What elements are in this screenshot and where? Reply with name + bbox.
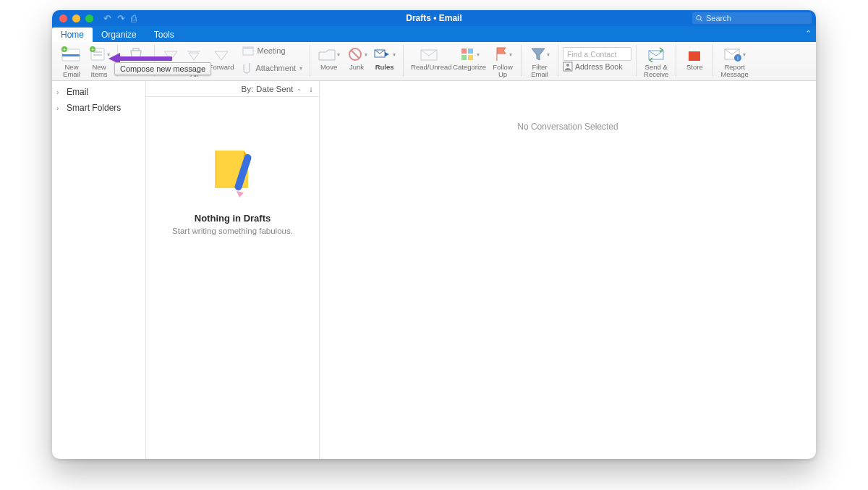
svg-rect-16 <box>468 48 473 54</box>
categorize-button[interactable]: ▾ Categorize <box>450 43 489 71</box>
sort-prefix: By: <box>241 85 253 93</box>
svg-rect-1 <box>62 54 80 56</box>
junk-button[interactable]: ▾ Junk <box>343 43 370 71</box>
svg-text:+: + <box>90 47 93 52</box>
send-receive-icon <box>647 46 665 62</box>
window-controls <box>59 14 93 22</box>
forward-icon <box>213 47 229 62</box>
titlebar: ↶ ↷ ⎙ Drafts • Email <box>52 10 816 26</box>
meeting-button[interactable]: Meeting <box>239 43 305 58</box>
sort-bar[interactable]: By: Date Sent ⌄ ↓ <box>146 81 319 97</box>
read-unread-icon <box>420 47 438 62</box>
sort-direction-icon[interactable]: ↓ <box>309 85 313 93</box>
sidebar-item-label: Email <box>67 87 88 97</box>
new-email-button[interactable]: + New Email <box>58 43 85 79</box>
sidebar-item-label: Smart Folders <box>67 103 121 113</box>
svg-rect-18 <box>468 55 473 60</box>
move-button[interactable]: ▾ Move <box>315 43 343 71</box>
empty-drafts-illustration <box>202 140 264 203</box>
message-list-pane: By: Date Sent ⌄ ↓ Nothing in Drafts Star… <box>146 81 320 459</box>
rules-icon <box>373 46 392 62</box>
reading-placeholder: No Conversation Selected <box>517 122 618 132</box>
svg-line-12 <box>351 50 359 59</box>
folder-sidebar: › Email › Smart Folders <box>52 81 146 459</box>
rules-button[interactable]: ▾ Rules <box>370 43 399 71</box>
redo-icon[interactable]: ↷ <box>117 13 125 24</box>
find-contact-input[interactable]: Find a Contact <box>563 47 631 61</box>
svg-rect-6 <box>93 54 102 56</box>
store-icon <box>686 46 702 62</box>
minimize-window-button[interactable] <box>72 14 80 22</box>
search-icon <box>696 14 703 22</box>
chevron-right-icon: › <box>56 104 62 112</box>
svg-text:!: ! <box>737 56 739 61</box>
collapse-ribbon-icon[interactable]: ⌃ <box>805 29 812 38</box>
zoom-window-button[interactable] <box>85 14 93 22</box>
new-items-icon: + <box>89 46 106 62</box>
store-button[interactable]: Store <box>681 43 708 71</box>
junk-icon <box>346 46 364 62</box>
chevron-down-icon: ⌄ <box>297 85 302 92</box>
reading-pane: No Conversation Selected <box>320 81 816 459</box>
follow-up-button[interactable]: ▾ Follow Up <box>489 43 516 79</box>
tab-home[interactable]: Home <box>52 28 93 42</box>
new-email-icon: + <box>61 46 82 62</box>
address-book-icon <box>563 62 573 72</box>
report-message-icon: ! <box>723 46 742 62</box>
chevron-right-icon: › <box>56 88 62 96</box>
reply-all-icon <box>186 47 202 62</box>
app-window: ↶ ↷ ⎙ Drafts • Email Home Organize Tools… <box>52 10 816 459</box>
flag-icon <box>494 46 509 62</box>
empty-subtitle: Start writing something fabulous. <box>172 227 293 235</box>
quick-access-toolbar: ↶ ↷ ⎙ <box>103 13 137 24</box>
svg-rect-10 <box>243 47 253 49</box>
sidebar-item-email[interactable]: › Email <box>52 84 145 100</box>
move-icon <box>318 46 336 62</box>
sidebar-item-smart-folders[interactable]: › Smart Folders <box>52 100 145 116</box>
svg-point-20 <box>566 64 569 67</box>
read-unread-button[interactable]: Read/Unread <box>408 43 450 71</box>
meeting-icon <box>242 46 254 56</box>
report-message-button[interactable]: !▾ Report Message <box>718 43 752 79</box>
search-box[interactable] <box>692 12 812 24</box>
attachment-icon <box>242 62 252 75</box>
categorize-icon <box>460 47 476 62</box>
empty-title: Nothing in Drafts <box>195 213 271 224</box>
svg-rect-17 <box>461 55 467 60</box>
print-icon[interactable]: ⎙ <box>131 13 137 24</box>
search-input[interactable] <box>706 14 808 22</box>
empty-state: Nothing in Drafts Start writing somethin… <box>146 97 319 459</box>
tab-tools[interactable]: Tools <box>145 28 183 42</box>
send-receive-button[interactable]: Send & Receive <box>641 43 671 79</box>
close-window-button[interactable] <box>59 14 67 22</box>
tab-organize[interactable]: Organize <box>93 28 145 42</box>
attachment-button[interactable]: Attachment▾ <box>239 61 305 75</box>
body: › Email › Smart Folders By: Date Sent ⌄ … <box>52 81 816 459</box>
svg-rect-5 <box>93 51 102 53</box>
undo-icon[interactable]: ↶ <box>103 13 111 24</box>
funnel-icon <box>530 46 546 62</box>
ribbon-tabbar: Home Organize Tools ⌃ <box>52 26 816 42</box>
filter-email-button[interactable]: ▾ Filter Email <box>526 43 553 79</box>
svg-rect-15 <box>461 48 467 54</box>
tooltip-compose-new-message: Compose new message <box>114 62 211 75</box>
sort-value: Date Sent <box>256 85 293 93</box>
svg-text:+: + <box>63 47 66 52</box>
address-book-button[interactable]: Address Book <box>563 62 622 72</box>
